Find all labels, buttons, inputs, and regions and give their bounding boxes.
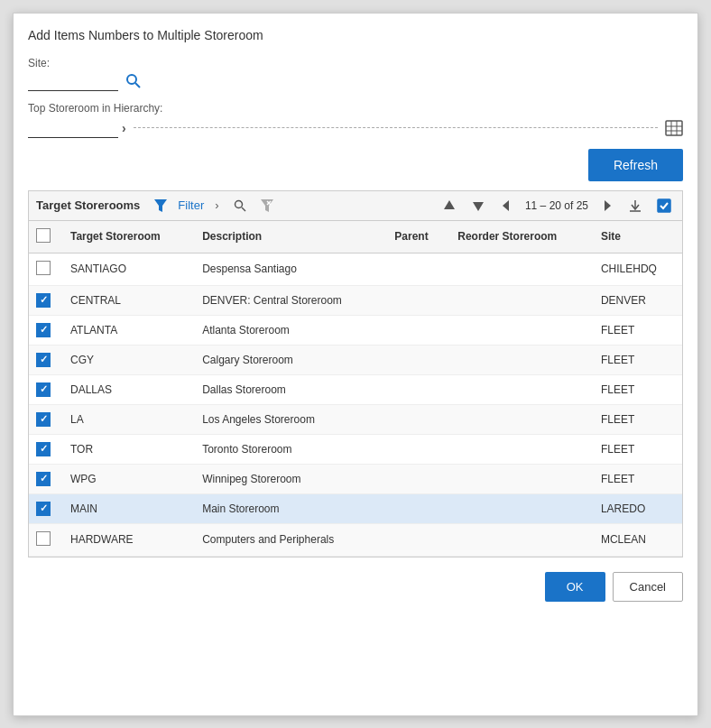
toolbar-search-button[interactable] xyxy=(230,198,250,214)
grid-icon[interactable] xyxy=(665,119,683,136)
toolbar-chevron-right-button[interactable]: › xyxy=(211,197,222,214)
site-label: Site: xyxy=(28,57,683,69)
toolbar-clear-filter-button[interactable] xyxy=(257,198,277,214)
row-parent xyxy=(385,374,448,404)
table-toolbar: Target Storerooms Filter › xyxy=(29,191,682,221)
row-reorder xyxy=(448,253,592,285)
row-checkbox[interactable] xyxy=(36,382,51,397)
prev-page-icon xyxy=(500,198,514,213)
row-checkbox-cell xyxy=(29,434,61,464)
clear-filter-icon xyxy=(261,199,273,212)
row-description: Los Angeles Storeroom xyxy=(193,404,385,434)
table-row: CGYCalgary StoreroomFLEET xyxy=(29,345,682,374)
ok-button[interactable]: OK xyxy=(545,572,605,602)
row-storeroom: CENTRAL xyxy=(61,285,193,315)
row-storeroom: TOR xyxy=(61,434,193,464)
row-site: CHILEHDQ xyxy=(592,253,682,285)
row-parent xyxy=(385,523,448,556)
row-reorder xyxy=(448,345,592,374)
row-reorder xyxy=(448,434,592,464)
row-description: Main Storeroom xyxy=(193,493,385,523)
sort-down-icon xyxy=(471,198,485,213)
columns-icon xyxy=(657,198,671,213)
row-site: MCLEAN xyxy=(592,523,682,556)
row-site: FLEET xyxy=(592,464,682,493)
row-description: Despensa Santiago xyxy=(193,253,385,285)
row-checkbox[interactable] xyxy=(36,323,51,337)
svg-point-0 xyxy=(127,75,136,84)
table-row: TORToronto StoreroomFLEET xyxy=(29,434,682,464)
row-storeroom: CGY xyxy=(61,345,193,374)
hierarchy-field-row: Top Storeroom in Hierarchy: › xyxy=(28,102,683,138)
row-checkbox-cell xyxy=(29,374,61,404)
row-description: Winnipeg Storeroom xyxy=(193,464,385,493)
row-checkbox[interactable] xyxy=(36,293,51,308)
toolbar-label: Target Storerooms xyxy=(36,198,140,212)
site-search-button[interactable] xyxy=(124,71,143,91)
refresh-button[interactable]: Refresh xyxy=(588,149,683,181)
row-reorder xyxy=(448,464,592,493)
row-checkbox-cell xyxy=(29,315,61,345)
svg-rect-19 xyxy=(658,199,670,212)
cancel-button[interactable]: Cancel xyxy=(613,572,683,602)
svg-marker-15 xyxy=(503,200,509,211)
columns-toggle-button[interactable] xyxy=(653,197,675,215)
row-description: Calgary Storeroom xyxy=(193,345,385,374)
row-reorder xyxy=(448,285,592,315)
row-storeroom: DALLAS xyxy=(61,374,193,404)
table-row: LALos Angeles StoreroomFLEET xyxy=(29,404,682,434)
toolbar-search-icon xyxy=(234,199,246,212)
row-site: LAREDO xyxy=(592,493,682,523)
header-description: Description xyxy=(193,221,385,253)
row-description: DENVER: Central Storeroom xyxy=(193,285,385,315)
filter-icon-button[interactable] xyxy=(151,198,171,214)
row-parent xyxy=(385,434,448,464)
table-row: MAINMain StoreroomLAREDO xyxy=(29,493,682,523)
svg-marker-14 xyxy=(473,202,484,211)
svg-marker-7 xyxy=(154,199,167,212)
row-checkbox[interactable] xyxy=(36,531,51,546)
header-reorder-storeroom: Reorder Storeroom xyxy=(448,221,592,253)
row-checkbox-cell xyxy=(29,464,61,493)
filter-icon xyxy=(154,199,167,212)
row-checkbox[interactable] xyxy=(36,353,51,367)
row-storeroom: MAIN xyxy=(61,493,193,523)
row-checkbox-cell xyxy=(29,345,61,374)
sort-up-button[interactable] xyxy=(439,197,460,215)
site-input[interactable] xyxy=(28,71,118,91)
row-checkbox[interactable] xyxy=(36,261,51,275)
row-description: Atlanta Storeroom xyxy=(193,315,385,345)
table-row: CENTRALDENVER: Central StoreroomDENVER xyxy=(29,285,682,315)
row-reorder xyxy=(448,404,592,434)
row-parent xyxy=(385,315,448,345)
filter-link[interactable]: Filter xyxy=(178,198,204,212)
row-site: DENVER xyxy=(592,285,682,315)
row-checkbox[interactable] xyxy=(36,502,51,516)
row-parent xyxy=(385,464,448,493)
row-checkbox[interactable] xyxy=(36,442,51,456)
row-parent xyxy=(385,345,448,374)
hierarchy-input[interactable] xyxy=(28,118,118,138)
row-checkbox[interactable] xyxy=(36,472,51,486)
row-checkbox-cell xyxy=(29,493,61,523)
row-site: FLEET xyxy=(592,315,682,345)
hierarchy-chevron-icon[interactable]: › xyxy=(122,121,126,135)
row-checkbox[interactable] xyxy=(36,412,51,427)
row-reorder xyxy=(448,374,592,404)
select-all-checkbox[interactable] xyxy=(36,228,51,243)
download-button[interactable] xyxy=(624,197,646,215)
row-site: FLEET xyxy=(592,345,682,374)
next-page-button[interactable] xyxy=(596,197,617,215)
sort-down-button[interactable] xyxy=(467,197,489,215)
storeroom-table: Target Storeroom Description Parent Reor… xyxy=(29,221,682,557)
row-description: Dallas Storeroom xyxy=(193,374,385,404)
spreadsheet-icon xyxy=(665,120,683,136)
row-parent xyxy=(385,493,448,523)
prev-page-button[interactable] xyxy=(496,197,518,215)
site-input-row xyxy=(28,71,683,91)
row-storeroom: HARDWARE xyxy=(61,523,193,556)
next-page-icon xyxy=(599,198,614,213)
header-checkbox-col xyxy=(29,221,61,253)
row-site: FLEET xyxy=(592,434,682,464)
table-row: ATLANTAAtlanta StoreroomFLEET xyxy=(29,315,682,345)
